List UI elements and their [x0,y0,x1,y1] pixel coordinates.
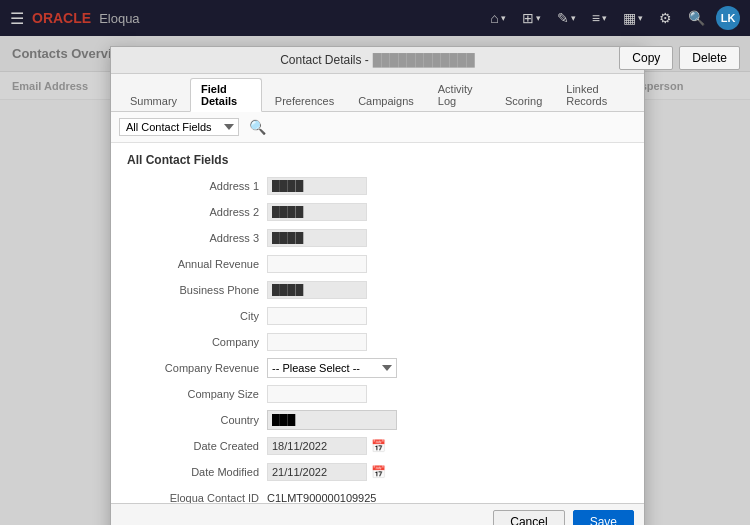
topbar-actions: ⌂▾ ⊞▾ ✎▾ ≡▾ ▦▾ ⚙ 🔍 LK [485,6,740,30]
field-row-address1: Address 1 [127,175,628,197]
value-eloqua-contact-id: C1LMT900000109925 [267,492,628,503]
contact-details-modal: Contact Details - ████████████ Summary F… [110,46,645,525]
grid-nav-button[interactable]: ⊞▾ [517,8,546,28]
field-row-address3: Address 3 [127,227,628,249]
calendar-created-icon[interactable]: 📅 [371,439,386,453]
modal-toolbar: All Contact Fields 🔍 [111,112,644,143]
input-date-modified[interactable] [267,463,367,481]
value-address1 [267,177,628,195]
value-city [267,307,628,325]
product-name: Eloqua [99,11,139,26]
field-row-company-revenue: Company Revenue -- Please Select -- [127,357,628,379]
modal-form-content: All Contact Fields Address 1 Address 2 A… [111,143,644,503]
section-title: All Contact Fields [127,153,628,167]
edit-nav-button[interactable]: ✎▾ [552,8,581,28]
input-business-phone[interactable] [267,281,367,299]
input-address1[interactable] [267,177,367,195]
label-address3: Address 3 [127,232,267,244]
topbar: ☰ ORACLE Eloqua ⌂▾ ⊞▾ ✎▾ ≡▾ ▦▾ ⚙ 🔍 LK [0,0,750,36]
field-row-business-phone: Business Phone [127,279,628,301]
label-eloqua-contact-id: Eloqua Contact ID [127,492,267,503]
field-row-company: Company [127,331,628,353]
field-row-date-created: Date Created 📅 [127,435,628,457]
tab-preferences[interactable]: Preferences [264,90,345,111]
label-annual-revenue: Annual Revenue [127,258,267,270]
modal-footer: Cancel Save [111,503,644,525]
label-company-revenue: Company Revenue [127,362,267,374]
list-nav-button[interactable]: ≡▾ [587,8,612,28]
calendar-modified-icon[interactable]: 📅 [371,465,386,479]
field-row-city: City [127,305,628,327]
chart-nav-button[interactable]: ▦▾ [618,8,648,28]
input-annual-revenue[interactable] [267,255,367,273]
tab-field-details[interactable]: Field Details [190,78,262,112]
action-buttons-area: Copy Delete [619,46,740,70]
input-company[interactable] [267,333,367,351]
label-address1: Address 1 [127,180,267,192]
label-date-created: Date Created [127,440,267,452]
value-business-phone [267,281,628,299]
value-address2 [267,203,628,221]
select-country[interactable]: ███ [267,410,397,430]
modal-tabs: Summary Field Details Preferences Campai… [111,74,644,112]
label-business-phone: Business Phone [127,284,267,296]
field-search-button[interactable]: 🔍 [245,117,270,137]
modal-title: Contact Details - [280,53,369,67]
input-company-size[interactable] [267,385,367,403]
label-country: Country [127,414,267,426]
value-address3 [267,229,628,247]
field-row-company-size: Company Size [127,383,628,405]
label-city: City [127,310,267,322]
copy-button[interactable]: Copy [619,46,673,70]
value-company [267,333,628,351]
select-company-revenue[interactable]: -- Please Select -- [267,358,397,378]
oracle-logo: ORACLE [32,10,91,26]
delete-button[interactable]: Delete [679,46,740,70]
label-company: Company [127,336,267,348]
tab-summary[interactable]: Summary [119,90,188,111]
label-address2: Address 2 [127,206,267,218]
input-address2[interactable] [267,203,367,221]
input-address3[interactable] [267,229,367,247]
value-annual-revenue [267,255,628,273]
field-row-country: Country ███ [127,409,628,431]
field-row-address2: Address 2 [127,201,628,223]
cancel-button[interactable]: Cancel [493,510,564,525]
value-date-created: 📅 [267,437,628,455]
menu-icon[interactable]: ☰ [10,9,24,28]
label-date-modified: Date Modified [127,466,267,478]
page-area: Contacts Overview Email Address First Na… [0,36,750,525]
gear-button[interactable]: ⚙ [654,8,677,28]
value-company-size [267,385,628,403]
avatar[interactable]: LK [716,6,740,30]
input-date-created[interactable] [267,437,367,455]
input-city[interactable] [267,307,367,325]
label-company-size: Company Size [127,388,267,400]
field-row-eloqua-contact-id: Eloqua Contact ID C1LMT900000109925 [127,487,628,503]
modal-title-value: ████████████ [373,53,475,67]
save-button[interactable]: Save [573,510,634,525]
tab-campaigns[interactable]: Campaigns [347,90,425,111]
field-row-annual-revenue: Annual Revenue [127,253,628,275]
tab-linked-records[interactable]: Linked Records [555,78,636,111]
home-nav-button[interactable]: ⌂▾ [485,8,510,28]
value-country: ███ [267,410,628,430]
search-topbar-button[interactable]: 🔍 [683,8,710,28]
field-row-date-modified: Date Modified 📅 [127,461,628,483]
field-filter-dropdown[interactable]: All Contact Fields [119,118,239,136]
tab-activity-log[interactable]: Activity Log [427,78,492,111]
value-company-revenue: -- Please Select -- [267,358,628,378]
value-date-modified: 📅 [267,463,628,481]
modal-titlebar: Contact Details - ████████████ [111,47,644,74]
tab-scoring[interactable]: Scoring [494,90,553,111]
text-eloqua-contact-id: C1LMT900000109925 [267,492,376,503]
